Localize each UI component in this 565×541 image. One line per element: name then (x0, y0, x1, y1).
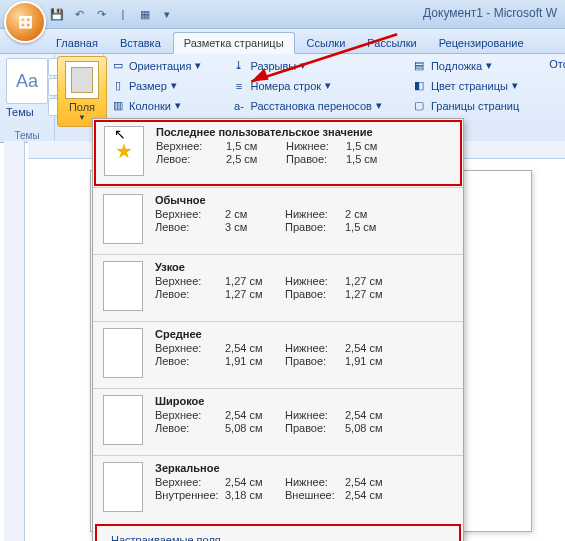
office-button[interactable]: ⊞ (4, 1, 46, 43)
size-icon: ▯ (110, 78, 125, 93)
preset-title: Среднее (155, 328, 453, 340)
ribbon-tabs: Главная Вставка Разметка страницы Ссылки… (0, 29, 565, 54)
preset-thumb-icon (103, 395, 143, 445)
size-button[interactable]: ▯Размер ▾ (110, 78, 201, 93)
qat-sep: | (114, 5, 132, 23)
page-color-button[interactable]: ◧Цвет страницы ▾ (412, 78, 519, 93)
preset-thumb-icon (103, 462, 143, 512)
margins-icon (65, 61, 99, 99)
tab-home[interactable]: Главная (46, 33, 108, 53)
document-title: Документ1 - Microsoft W (423, 6, 557, 20)
themes-group: Aa Темы Темы (0, 54, 55, 142)
margin-preset-item[interactable]: СреднееВерхнее:2,54 смНижнее:2,54 смЛево… (93, 322, 463, 388)
quick-access-toolbar: 💾 ↶ ↷ | ▦ ▾ (48, 5, 176, 23)
themes-icon: Aa (16, 71, 38, 92)
page-borders-button[interactable]: ▢Границы страниц (412, 98, 519, 113)
hyphenation-button[interactable]: a-Расстановка переносов ▾ (231, 98, 381, 113)
title-bar: ⊞ 💾 ↶ ↷ | ▦ ▾ Документ1 - Microsoft W (0, 0, 565, 29)
undo-icon[interactable]: ↶ (70, 5, 88, 23)
custom-margins-button[interactable]: Настраиваемые поля... (95, 524, 461, 541)
indent-label: Отсту (549, 58, 565, 70)
preset-thumb-icon (103, 328, 143, 378)
margins-dropdown: Последнее пользовательское значениеВерхн… (92, 118, 464, 541)
tab-references[interactable]: Ссылки (297, 33, 356, 53)
margin-preset-item[interactable]: ОбычноеВерхнее:2 смНижнее:2 смЛевое:3 см… (93, 188, 463, 254)
preset-title: Узкое (155, 261, 453, 273)
breaks-icon: ⤓ (231, 58, 246, 73)
hyphen-icon: a- (231, 98, 246, 113)
preset-title: Последнее пользовательское значение (156, 126, 452, 138)
breaks-button[interactable]: ⤓Разрывы ▾ (231, 58, 381, 73)
preset-thumb-icon (103, 261, 143, 311)
pagecolor-icon: ◧ (412, 78, 427, 93)
vertical-ruler (4, 141, 25, 541)
tab-review[interactable]: Рецензирование (429, 33, 534, 53)
watermark-icon: ▤ (412, 58, 427, 73)
margin-preset-item[interactable]: УзкоеВерхнее:1,27 смНижнее:1,27 смЛевое:… (93, 255, 463, 321)
orientation-button[interactable]: ▭Ориентация ▾ (110, 58, 201, 73)
themes-group-label: Темы (0, 130, 54, 141)
redo-icon[interactable]: ↷ (92, 5, 110, 23)
qat-dropdown-icon[interactable]: ▾ (158, 5, 176, 23)
themes-button[interactable]: Aa (6, 58, 48, 104)
orientation-icon: ▭ (110, 58, 125, 73)
margins-button[interactable]: Поля ▼ (57, 56, 107, 127)
margin-preset-item[interactable]: ЗеркальноеВерхнее:2,54 смНижнее:2,54 смВ… (93, 456, 463, 522)
preset-title: Обычное (155, 194, 453, 206)
watermark-button[interactable]: ▤Подложка ▾ (412, 58, 519, 73)
preset-title: Широкое (155, 395, 453, 407)
columns-button[interactable]: ▥Колонки ▾ (110, 98, 201, 113)
linenumbers-icon: ≡ (231, 78, 246, 93)
preset-title: Зеркальное (155, 462, 453, 474)
margin-preset-item[interactable]: ШирокоеВерхнее:2,54 смНижнее:2,54 смЛево… (93, 389, 463, 455)
tab-insert[interactable]: Вставка (110, 33, 171, 53)
tab-mailings[interactable]: Рассылки (357, 33, 426, 53)
margins-label: Поля (69, 101, 95, 113)
themes-label: Темы (6, 106, 48, 118)
margin-preset-item[interactable]: Последнее пользовательское значениеВерхн… (94, 120, 462, 186)
preset-thumb-icon (104, 126, 144, 176)
chevron-down-icon: ▼ (78, 113, 86, 122)
save-icon[interactable]: 💾 (48, 5, 66, 23)
columns-icon: ▥ (110, 98, 125, 113)
preset-thumb-icon (103, 194, 143, 244)
borders-icon: ▢ (412, 98, 427, 113)
qat-extra-icon[interactable]: ▦ (136, 5, 154, 23)
line-numbers-button[interactable]: ≡Номера строк ▾ (231, 78, 381, 93)
tab-page-layout[interactable]: Разметка страницы (173, 32, 295, 54)
